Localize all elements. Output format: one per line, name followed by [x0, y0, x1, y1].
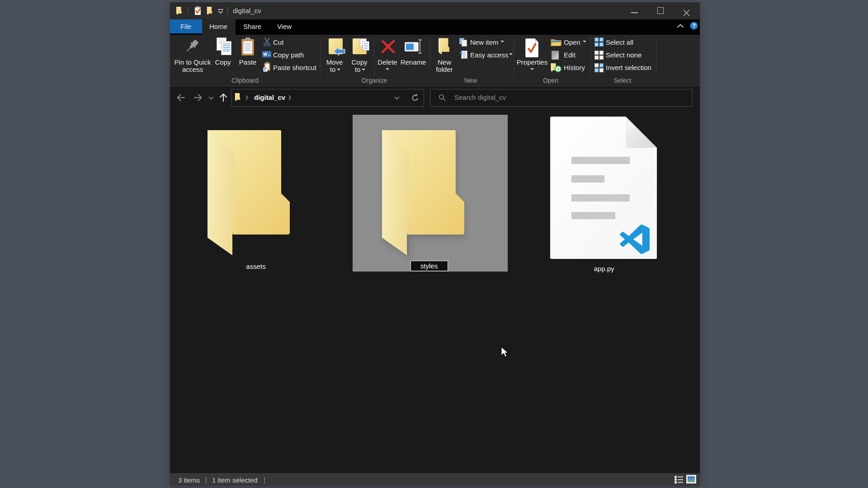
svg-text:?: ? — [692, 23, 696, 29]
